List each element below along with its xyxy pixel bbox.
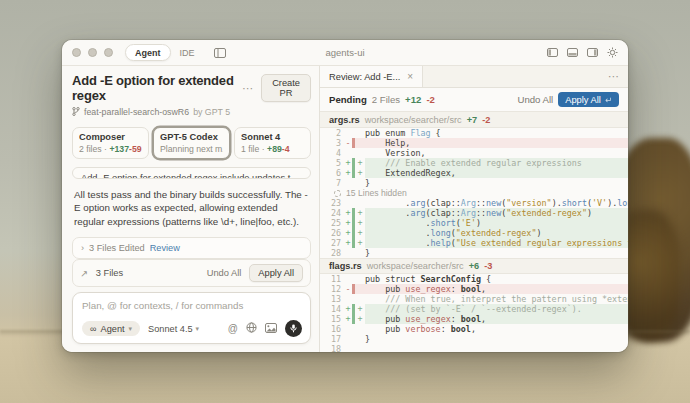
review-link[interactable]: Review <box>150 243 180 253</box>
thread-card-gpt5-codex[interactable]: GPT-5 Codex Planning next m... <box>153 127 230 159</box>
code-token: 'E' <box>461 218 476 228</box>
code-token: , <box>471 324 476 334</box>
code-text: Help, <box>365 138 628 148</box>
mention-icon[interactable]: @ <box>228 323 238 334</box>
code-line: 7} <box>320 178 628 188</box>
review-tab[interactable]: Review: Add -E... × <box>320 66 423 87</box>
code-token: "extended-regex" <box>506 208 587 218</box>
code-token: :: <box>476 208 486 218</box>
tab-overflow-icon[interactable]: ⋯ <box>599 66 628 87</box>
code-token: /// When true, interpret the pattern usi… <box>365 294 628 304</box>
review-apply-all-button[interactable]: Apply All ↵ <box>558 92 619 107</box>
infinity-icon: ∞ <box>90 324 97 334</box>
thread-name: GPT-5 Codex <box>160 132 223 142</box>
line-number: 2 <box>320 128 344 138</box>
line-number: 25 <box>320 218 344 228</box>
code-line: 27++ .help("Use extended regular express… <box>320 238 628 248</box>
close-tab-icon[interactable]: × <box>407 71 413 82</box>
code-text: pub enum Flag { <box>365 128 628 138</box>
enter-key-icon: ↵ <box>605 95 612 105</box>
code-token: arg <box>410 198 425 208</box>
change-bar <box>352 344 355 352</box>
line-number: 6 <box>320 168 344 178</box>
apply-all-button[interactable]: Apply All <box>249 264 303 282</box>
agent-panel: Add -E option for extended regex feat-pa… <box>62 66 320 352</box>
branch-row: feat-parallel-search-oswR6 by GPT 5 <box>72 107 242 118</box>
branch-name[interactable]: feat-parallel-search-oswR6 <box>84 107 189 117</box>
diff-file-header[interactable]: args.rsworkspace/searcher/src+7-2 <box>320 112 628 128</box>
overflow-menu-icon[interactable]: ⋯ <box>242 82 253 95</box>
change-bar <box>352 324 355 334</box>
code-token: :: <box>476 198 486 208</box>
tab-ide[interactable]: IDE <box>171 45 204 60</box>
agent-header-text: Add -E option for extended regex feat-pa… <box>72 74 242 118</box>
panel-layout-icon[interactable] <box>214 48 226 58</box>
review-tab-label: Review: Add -E... <box>329 72 400 82</box>
diff-file-path: workspace/searcher/src <box>367 261 464 271</box>
tab-agent[interactable]: Agent <box>125 44 171 61</box>
code-token: bool <box>461 284 481 294</box>
create-pr-button[interactable]: Create PR <box>261 74 311 102</box>
inline-marker: + <box>355 218 365 228</box>
code-token: long <box>617 198 628 208</box>
zoom-window-button[interactable] <box>104 48 113 57</box>
thread-card-sonnet4[interactable]: Sonnet 4 1 file · +89-4 <box>234 127 311 159</box>
hidden-lines-row[interactable]: 15 Lines hidden <box>320 188 628 198</box>
web-globe-icon[interactable] <box>246 322 257 335</box>
change-bar <box>352 294 355 304</box>
apply-bar: ↗ 3 Files Undo All Apply All <box>72 259 311 287</box>
line-number: 7 <box>320 178 344 188</box>
model-selector[interactable]: Sonnet 4.5 ▾ <box>148 324 199 334</box>
agent-header-actions: ⋯ Create PR <box>242 74 311 102</box>
code-token: . <box>365 218 431 228</box>
dock-right-icon[interactable] <box>587 48 598 57</box>
undo-all-button[interactable]: Undo All <box>207 268 242 278</box>
diff-additions: +6 <box>469 261 479 271</box>
code-line: 24++ .arg(clap::Arg::new("extended-regex… <box>320 208 628 218</box>
review-undo-all-button[interactable]: Undo All <box>517 94 553 105</box>
diff-file-header[interactable]: flags.rsworkspace/searcher/src+6-3 <box>320 258 628 274</box>
task-box: Add -E option for extended regex include… <box>72 167 311 179</box>
app-window: Agent IDE agents-ui Add -E option for ex… <box>62 40 628 352</box>
code-line: 13 /// When true, interpret the pattern … <box>320 294 628 304</box>
diff-additions: +7 <box>467 115 477 125</box>
code-token: ExtendedRegex, <box>365 168 456 178</box>
apply-all-label: Apply All <box>565 95 601 105</box>
minimize-window-button[interactable] <box>88 48 97 57</box>
review-additions: +12 <box>405 94 421 105</box>
dock-bottom-icon[interactable] <box>567 48 578 57</box>
code-token: use_regex <box>405 314 450 324</box>
code-token: pub <box>365 284 405 294</box>
thread-card-composer[interactable]: Composer 2 files · +137-59 <box>72 127 149 159</box>
code-token: . <box>365 198 410 208</box>
code-token: , <box>481 314 486 324</box>
code-token: arg <box>410 208 425 218</box>
task-summary[interactable]: Add -E option for extended regex include… <box>73 168 310 179</box>
inline-marker: + <box>355 168 365 178</box>
code-token: . <box>365 208 410 218</box>
dock-left-icon[interactable] <box>547 48 558 57</box>
microphone-button[interactable] <box>285 320 302 337</box>
inline-marker: + <box>355 228 365 238</box>
code-line: 15++ pub use_regex: bool, <box>320 314 628 324</box>
image-attach-icon[interactable] <box>265 323 277 335</box>
code-text: } <box>365 178 628 188</box>
expand-icon[interactable]: ↗ <box>80 268 88 279</box>
settings-gear-icon[interactable] <box>607 47 618 58</box>
code-token: pub <box>365 314 405 324</box>
code-token: long <box>431 228 451 238</box>
close-window-button[interactable] <box>72 48 81 57</box>
gutter-marker: - <box>344 138 352 148</box>
code-token: new <box>486 208 501 218</box>
composer-input[interactable] <box>82 300 302 311</box>
agent-mode-label: Agent <box>101 324 125 334</box>
diff-file-path: workspace/searcher/src <box>365 115 462 125</box>
code-line: 17} <box>320 334 628 344</box>
agent-mode-selector[interactable]: ∞ Agent ▾ <box>82 321 140 336</box>
code-token: ) <box>536 228 541 238</box>
inline-marker: + <box>355 238 365 248</box>
code-token: help <box>431 238 451 248</box>
code-text: pub use_regex: bool, <box>365 314 628 324</box>
code-token: pub enum <box>365 128 410 138</box>
files-edited-header[interactable]: › 3 Files Edited Review <box>73 238 310 258</box>
